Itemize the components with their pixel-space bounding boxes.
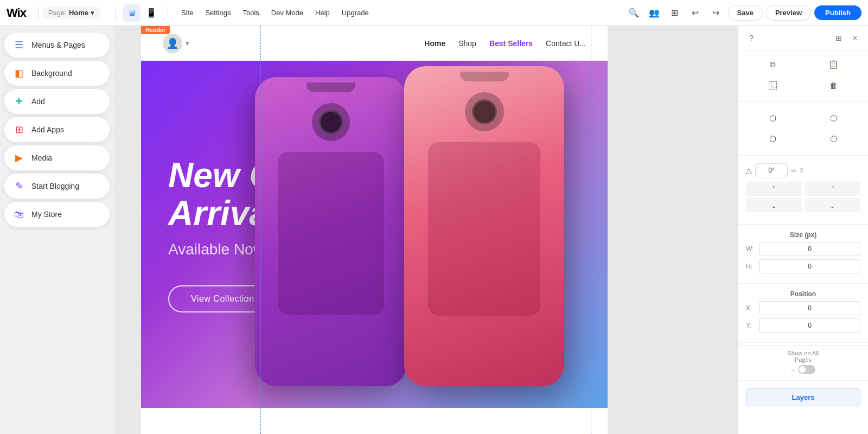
left-sidebar: ☰ Menus & Pages ◧ Background + Add ⊞ Add…: [0, 26, 114, 434]
tool-copy-btn[interactable]: ⧉: [743, 55, 803, 74]
desktop-device-btn[interactable]: 🖥: [123, 4, 141, 22]
save-button[interactable]: Save: [728, 5, 763, 21]
panel-grid-icon[interactable]: ⊞: [831, 30, 846, 46]
tool-duplicate-btn[interactable]: ⿺: [743, 75, 803, 95]
y-input[interactable]: [759, 318, 860, 333]
width-input[interactable]: [759, 242, 860, 256]
anchor-grid: ⌜ ⌝ ⌞ ⌟: [746, 182, 860, 212]
site-nav-contact[interactable]: Contact U...: [546, 39, 586, 48]
panel-divider-1: [738, 101, 868, 102]
topbar-right: 🔍 👥 ⊞ ↩ ↪ Save Preview Publish: [625, 4, 861, 22]
menus-pages-icon: ☰: [12, 38, 26, 52]
sidebar-label-menus-pages: Menus & Pages: [31, 41, 85, 49]
preview-button[interactable]: Preview: [766, 5, 811, 21]
media-icon: ▶: [12, 151, 26, 165]
topbar: Wix Page: Home ▾ 🖥 📱 Site Settings Tools…: [0, 0, 868, 26]
panel-rotate-section: △ ⇔ ⇕ ⌜ ⌝ ⌞ ⌟: [738, 158, 868, 222]
align-right-btn[interactable]: ⬡: [804, 108, 864, 128]
nav-devmode[interactable]: Dev Mode: [266, 5, 309, 20]
sidebar-label-media: Media: [31, 154, 52, 162]
show-on-all-toggle[interactable]: [798, 365, 815, 374]
site-logo-arrow: ▾: [186, 39, 189, 47]
nav-help[interactable]: Help: [310, 5, 335, 20]
anchor-tl[interactable]: ⌜: [746, 182, 802, 196]
width-key: W:: [746, 245, 755, 253]
layers-button[interactable]: Layers: [746, 388, 860, 406]
search-btn[interactable]: 🔍: [625, 4, 642, 22]
zoom-btn[interactable]: ⊞: [666, 4, 684, 22]
position-label: Position: [746, 290, 860, 298]
panel-close-button[interactable]: ×: [847, 30, 863, 46]
panel-icon-row: ⊞ ×: [831, 30, 863, 46]
add-apps-icon: ⊞: [12, 123, 26, 137]
panel-divider-6: [738, 380, 868, 381]
undo-btn[interactable]: ↩: [687, 4, 704, 22]
site-nav-home[interactable]: Home: [424, 39, 445, 48]
flip-vert-icon: ⇕: [799, 167, 804, 174]
x-input[interactable]: [759, 301, 860, 315]
sidebar-item-add-apps[interactable]: ⊞ Add Apps: [4, 117, 110, 142]
redo-btn[interactable]: ↪: [707, 4, 725, 22]
page-name: Home: [69, 9, 88, 17]
toggle-row: –: [746, 365, 860, 374]
sidebar-item-start-blogging[interactable]: ✎ Start Blogging: [4, 174, 110, 199]
site-header: Header 👤 ▾ Home Shop Best Sellers Contac…: [141, 26, 608, 61]
phone-lens-left: [319, 110, 343, 134]
phone-screen-left: [278, 152, 384, 315]
site-nav-shop[interactable]: Shop: [458, 39, 476, 48]
anchor-br[interactable]: ⌟: [805, 198, 861, 212]
topbar-nav: Site Settings Tools Dev Mode Help Upgrad…: [176, 5, 374, 20]
anchor-tr[interactable]: ⌝: [805, 182, 861, 196]
sidebar-item-menus-pages[interactable]: ☰ Menus & Pages: [4, 33, 110, 58]
sidebar-item-add[interactable]: + Add: [4, 89, 110, 114]
anchor-bl[interactable]: ⌞: [746, 198, 802, 212]
nav-tools[interactable]: Tools: [237, 5, 264, 20]
header-label: Header: [141, 26, 170, 34]
phone-case-left: [255, 77, 407, 386]
topbar-divider-2: [115, 7, 116, 20]
tool-delete-btn[interactable]: 🗑: [804, 75, 864, 95]
publish-button[interactable]: Publish: [814, 5, 861, 20]
align-top-btn[interactable]: ⬡: [743, 129, 803, 149]
canvas-area: Header 👤 ▾ Home Shop Best Sellers Contac…: [114, 26, 738, 434]
panel-divider-3: [738, 224, 868, 225]
site-nav-bestsellers[interactable]: Best Sellers: [489, 39, 533, 48]
panel-align-grid: ⬡ ⬡ ⬡ ⬡: [738, 104, 868, 153]
height-input[interactable]: [759, 259, 860, 273]
sidebar-item-media[interactable]: ▶ Media: [4, 145, 110, 170]
flip-icon: ⇔: [791, 167, 796, 174]
panel-tools-grid: ⧉ 📋 ⿺ 🗑: [738, 50, 868, 99]
sidebar-label-background: Background: [31, 69, 72, 78]
nav-settings[interactable]: Settings: [200, 5, 236, 20]
sidebar-label-add-apps: Add Apps: [31, 125, 64, 134]
sidebar-item-background[interactable]: ◧ Background: [4, 61, 110, 86]
nav-site[interactable]: Site: [176, 5, 199, 20]
sidebar-item-my-store[interactable]: 🛍 My Store: [4, 202, 110, 227]
align-bottom-btn[interactable]: ⬡: [804, 129, 864, 149]
rotate-input[interactable]: [755, 163, 788, 177]
show-on-all-label: Show on All Pages: [746, 350, 860, 363]
rotate-row: △ ⇔ ⇕: [746, 163, 860, 177]
user-btn[interactable]: 👥: [646, 4, 663, 22]
toggle-off-label: –: [791, 366, 794, 373]
page-selector[interactable]: Page: Home ▾: [42, 7, 101, 19]
background-icon: ◧: [12, 66, 26, 80]
y-row: Y:: [746, 318, 860, 333]
tool-paste-btn[interactable]: 📋: [804, 55, 864, 74]
nav-upgrade[interactable]: Upgrade: [336, 5, 374, 20]
width-row: W:: [746, 242, 860, 256]
phone-camera-right: [465, 92, 504, 131]
height-key: H:: [746, 263, 755, 270]
mobile-device-btn[interactable]: 📱: [143, 4, 160, 22]
align-left-btn[interactable]: ⬡: [743, 108, 803, 128]
x-key: X:: [746, 304, 755, 312]
panel-help-button[interactable]: ?: [744, 30, 759, 46]
topbar-divider-1: [38, 7, 39, 20]
panel-divider-2: [738, 155, 868, 156]
size-label: Size (px): [746, 231, 860, 239]
panel-header: ? ⊞ ×: [738, 26, 868, 50]
right-panel: ? ⊞ × ⧉ 📋 ⿺ 🗑 ⬡ ⬡ ⬡ ⬡ △ ⇔ ⇕: [738, 26, 868, 434]
phone-screen-right: [428, 142, 540, 316]
chevron-down-icon: ▾: [91, 9, 94, 17]
my-store-icon: 🛍: [12, 207, 26, 221]
